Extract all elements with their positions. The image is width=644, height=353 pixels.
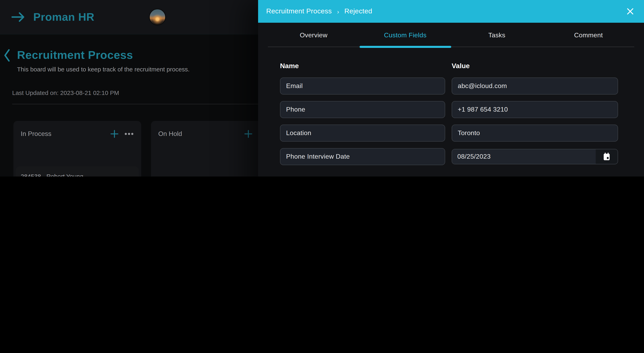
column-title: In Process — [21, 130, 110, 138]
card-detail-drawer: Recruitment Process › Rejected Overview … — [258, 0, 644, 176]
board-divider — [12, 104, 258, 104]
card-title: 284538 - Robert Young — [21, 173, 134, 176]
drawer-header: Recruitment Process › Rejected — [258, 0, 644, 23]
tab-overview[interactable]: Overview — [268, 23, 360, 48]
name-column-header: Name — [280, 62, 445, 70]
sidebar-expand-arrow-icon[interactable] — [11, 12, 25, 22]
value-column-header: Value — [452, 62, 618, 70]
field-value-phone[interactable]: +1 987 654 3210 — [452, 101, 618, 118]
app-title: Proman HR — [33, 11, 94, 23]
tab-tasks[interactable]: Tasks — [451, 23, 543, 48]
board-title: Recruitment Process — [17, 49, 133, 62]
tab-custom-fields[interactable]: Custom Fields — [360, 23, 451, 48]
breadcrumb-status: Rejected — [344, 7, 372, 16]
breadcrumb-separator-icon: › — [337, 8, 339, 15]
custom-fields-form: Name Value Email abc@icloud.com Phone +1… — [258, 48, 644, 176]
column-header: On Hold — [151, 121, 269, 138]
date-value[interactable]: 08/25/2023 — [452, 149, 596, 164]
field-value-interview-date[interactable]: 08/25/2023 — [452, 149, 618, 164]
app-header: Proman HR — [0, 0, 258, 34]
column-header: In Process — [14, 121, 141, 138]
kanban-column-on-hold: On Hold — [151, 121, 269, 176]
calendar-icon[interactable] — [596, 149, 618, 164]
app-window: Proman HR Recruitment Process This board… — [0, 0, 644, 176]
field-name-phone[interactable]: Phone — [280, 101, 445, 118]
board-description: This board will be used to keep track of… — [17, 66, 190, 73]
tab-comment[interactable]: Comment — [543, 23, 634, 48]
field-name-interview-date[interactable]: Phone Interview Date — [280, 148, 445, 165]
add-card-icon[interactable] — [244, 130, 252, 138]
kanban-card[interactable]: 284538 - Robert Young No Description Yet… — [16, 166, 139, 176]
add-card-icon[interactable] — [110, 130, 118, 138]
drawer-tabs: Overview Custom Fields Tasks Comment — [268, 23, 634, 48]
field-name-email[interactable]: Email — [280, 78, 445, 94]
field-value-email[interactable]: abc@icloud.com — [452, 78, 618, 94]
field-value-location[interactable]: Toronto — [452, 124, 618, 142]
column-menu-icon[interactable] — [124, 132, 134, 136]
kanban-column-in-process: In Process 284538 - Robert Young No Desc… — [14, 121, 141, 176]
close-icon[interactable] — [626, 7, 634, 16]
back-chevron-icon[interactable] — [3, 49, 10, 62]
column-title: On Hold — [158, 130, 244, 138]
field-name-location[interactable]: Location — [280, 124, 445, 142]
last-updated-text: Last Updated on: 2023-08-21 02:10 PM — [12, 89, 119, 96]
user-avatar[interactable] — [149, 8, 166, 26]
breadcrumb-board[interactable]: Recruitment Process — [266, 7, 332, 16]
